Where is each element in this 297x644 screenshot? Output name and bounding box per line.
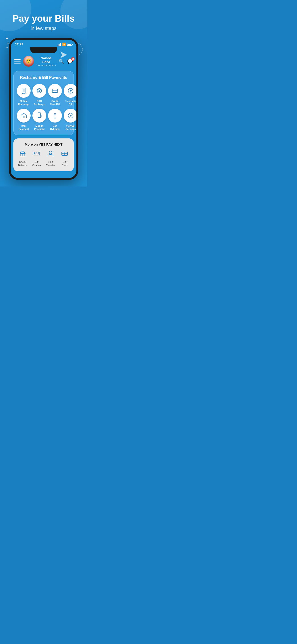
avatar: 😊 xyxy=(23,56,34,67)
more-self-transfer[interactable]: SelfTransfer xyxy=(44,150,57,167)
mobile-postpaid-icon-wrap xyxy=(32,109,46,122)
svg-point-5 xyxy=(39,90,40,91)
mobile-recharge-icon-wrap xyxy=(17,84,31,98)
credit-card-bill-label: CreditCard Bill xyxy=(50,100,60,106)
recharge-section-title: Recharge & Bill Payments xyxy=(17,75,70,80)
check-balance-label: CheckBalance xyxy=(18,160,27,167)
services-grid: MobileRecharge DTHRecharge xyxy=(17,84,70,130)
more-section: More on YES PAY NEXT xyxy=(13,138,74,171)
gift-card-label: GiftCard xyxy=(62,160,67,167)
hero-subtitle: in few steps xyxy=(7,26,80,31)
mobile-recharge-label: MobileRecharge xyxy=(18,100,29,106)
signal-icon xyxy=(58,43,61,46)
wifi-icon: 📶 xyxy=(62,42,66,46)
svg-rect-15 xyxy=(54,114,56,118)
service-view-all[interactable]: View AllServices xyxy=(64,109,76,131)
svg-rect-2 xyxy=(23,93,24,93)
view-all-icon-wrap xyxy=(64,109,76,122)
battery-icon xyxy=(67,43,72,46)
mobile-postpaid-label: MobilePostpaid xyxy=(34,124,44,131)
more-grid: CheckBalance GiftVoucher xyxy=(16,150,71,167)
svg-rect-8 xyxy=(53,92,55,92)
person-icon xyxy=(47,150,54,159)
svg-point-26 xyxy=(49,151,52,154)
svg-rect-10 xyxy=(23,116,24,118)
svg-rect-3 xyxy=(22,88,25,92)
more-section-title: More on YES PAY NEXT xyxy=(16,142,71,146)
more-gift-voucher[interactable]: GiftVoucher xyxy=(31,150,43,167)
ticket-icon xyxy=(33,150,40,159)
service-mobile-recharge[interactable]: MobileRecharge xyxy=(17,84,31,106)
electricity-bill-icon-wrap xyxy=(64,84,76,98)
svg-rect-14 xyxy=(41,115,41,116)
notification-badge: 12 xyxy=(71,57,75,61)
self-transfer-label: SelfTransfer xyxy=(46,160,55,167)
bank-icon xyxy=(19,150,26,159)
svg-rect-12 xyxy=(39,117,40,117)
service-gas-cylinder[interactable]: GasCylinder xyxy=(48,109,62,131)
svg-rect-23 xyxy=(24,154,25,156)
svg-rect-7 xyxy=(52,90,58,91)
rent-payment-icon-wrap xyxy=(17,109,31,122)
status-icons: 📶 xyxy=(58,42,72,46)
svg-rect-20 xyxy=(20,153,25,154)
svg-rect-16 xyxy=(54,113,55,114)
rent-payment-label: RentPayment xyxy=(18,124,29,131)
user-email: Saishasalvi@icici xyxy=(37,64,56,66)
service-credit-card-bill[interactable]: CreditCard Bill xyxy=(48,84,62,106)
sparkles-decoration: ✦ ✦ ✦ xyxy=(4,36,9,49)
more-gift-card[interactable]: GiftCard xyxy=(58,150,71,167)
menu-icon[interactable] xyxy=(14,59,20,64)
service-electricity-bill[interactable]: ElectricityBill xyxy=(64,84,76,106)
service-dth-recharge[interactable]: DTHRecharge xyxy=(32,84,46,106)
status-time: 12:22 xyxy=(15,42,23,46)
svg-rect-24 xyxy=(20,156,25,156)
user-name: Saisha Salvi xyxy=(37,56,56,64)
electricity-bill-label: ElectricityBill xyxy=(65,100,76,106)
service-rent-payment[interactable]: RentPayment xyxy=(17,109,31,131)
gift-voucher-label: GiftVoucher xyxy=(32,160,41,167)
more-check-balance[interactable]: CheckBalance xyxy=(16,150,29,167)
dth-recharge-label: DTHRecharge xyxy=(34,100,45,106)
hero-section: ✦ ✦ ✦ Pay your Bills in few steps 12:22 xyxy=(0,0,87,186)
user-info: Saisha Salvi Saishasalvi@icici xyxy=(37,56,56,66)
credit-card-bill-icon-wrap xyxy=(48,84,62,98)
svg-marker-0 xyxy=(60,52,67,58)
gift-card-icon xyxy=(61,150,68,159)
hero-title: Pay your Bills xyxy=(7,14,80,24)
dth-recharge-icon-wrap xyxy=(32,84,46,98)
gas-cylinder-label: GasCylinder xyxy=(50,124,60,131)
status-bar: 12:22 📶 xyxy=(11,40,76,47)
svg-point-18 xyxy=(54,118,56,118)
service-mobile-postpaid[interactable]: MobilePostpaid xyxy=(32,109,46,131)
arrow-decoration xyxy=(58,49,69,61)
phone-notch xyxy=(30,47,57,53)
svg-rect-22 xyxy=(22,154,23,156)
recharge-bill-card: Recharge & Bill Payments MobileRecharge xyxy=(13,71,74,135)
view-all-services-label: View AllServices xyxy=(65,124,75,131)
svg-rect-21 xyxy=(20,154,21,156)
gas-cylinder-icon-wrap xyxy=(48,109,62,122)
